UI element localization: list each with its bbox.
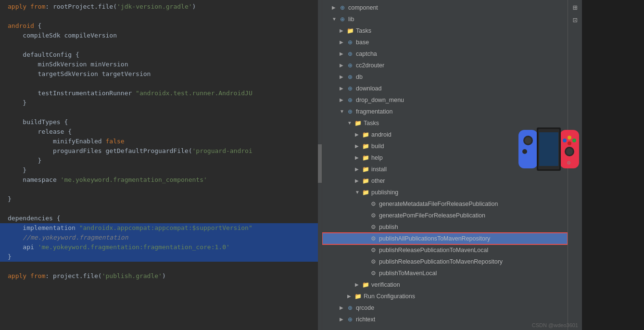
tree-item-captcha[interactable]: ⊕ captcha [322,48,568,60]
collapse-arrow [340,72,346,82]
tree-item-generate-pom[interactable]: ⚙ generatePomFileForReleasePublication [322,210,568,221]
code-line: android { [0,21,322,31]
tree-item-base[interactable]: ⊕ base [322,37,568,48]
collapse-arrow [340,83,346,94]
tree-item-publish-all[interactable]: ⚙ publishAllPublicationsToMavenRepositor… [322,233,568,244]
collapse-arrow [332,14,339,25]
nintendo-switch-svg: ⚙ [518,125,580,183]
tree-label: component [348,2,378,13]
code-line: minifyEnabled false [0,137,322,146]
tree-item-tasks-lib[interactable]: 📁 Tasks [322,25,568,37]
code-line: buildTypes { [0,117,322,127]
tree-item-run-configurations[interactable]: 📁 Run Configurations [322,291,568,302]
tree-label: publishToMavenLocal [379,268,437,279]
module-icon: ⊕ [346,50,354,58]
project-tree: ⊕ component ⊕ lib 📁 Tasks ⊕ base [322,0,582,330]
tree-label: generateMetadataFileForReleasePublicatio… [379,199,498,209]
collapse-arrow [340,95,346,105]
svg-point-9 [563,139,567,142]
svg-point-3 [522,149,527,154]
tree-item-cc2drouter[interactable]: ⊕ cc2drouter [322,60,568,71]
folder-icon: 📁 [362,189,369,196]
tree-label: help [371,152,383,163]
code-line [0,40,322,50]
gear-icon: ⚙ [369,223,377,231]
folder-icon: 📁 [354,119,362,127]
tree-item-fragmentation[interactable]: ⊕ fragmentation [322,106,568,117]
tree-label: other [371,176,385,186]
tree-item-publish[interactable]: ⚙ publish [322,221,568,233]
collapse-arrow [340,37,346,48]
module-icon: ⊕ [346,96,354,104]
tree-item-drop-down-menu[interactable]: ⊕ drop_down_menu [322,94,568,106]
tree-item-verification[interactable]: 📁 verification [322,279,568,291]
tree-label: Run Configurations [364,291,415,302]
collapse-arrow [340,314,346,325]
svg-point-7 [572,139,576,142]
collapse-arrow [347,291,354,302]
tree-label: cc2drouter [356,60,384,71]
code-line: } [0,165,322,175]
tree-item-publishing[interactable]: 📁 publishing [322,187,568,198]
code-line [0,185,322,194]
tree-item-generate-metadata[interactable]: ⚙ generateMetadataFileForReleasePublicat… [322,198,568,210]
watermark: CSDN @wdeo3601 [532,322,578,328]
code-line: minSdkVersion minVersion [0,60,322,69]
code-line [0,262,322,271]
scrollbar[interactable] [318,0,322,330]
tree-item-richtext[interactable]: ⊕ richtext [322,314,568,325]
collapse-arrow [340,60,346,71]
code-line: compileSdk compileVersion [0,31,322,40]
code-editor[interactable]: apply from: rootProject.file('jdk-versio… [0,0,322,330]
code-line [0,204,322,214]
tree-label: richtext [356,314,375,325]
code-line [0,108,322,117]
module-icon: ⊕ [339,15,346,23]
tree-label: qrcode [356,303,374,313]
code-line: testInstrumentationRunner "androidx.test… [0,89,322,98]
code-line: dependencies { [0,214,322,223]
tree-item-publish-release-local[interactable]: ⚙ publishReleasePublicationToMavenLocal [322,244,568,256]
tree-label: captcha [356,49,377,59]
tree-label: generatePomFileForReleasePublication [379,210,485,221]
gear-icon: ⚙ [369,212,377,219]
tree-item-publish-to-maven-local[interactable]: ⚙ publishToMavenLocal [322,267,568,279]
gear-icon: ⚙ [369,246,377,254]
collapse-arrow [340,25,346,36]
tree-label: Tasks [364,118,379,128]
folder-icon: 📁 [362,281,369,289]
collapse-arrow [332,2,339,13]
tree-item-component[interactable]: ⊕ component [322,2,568,13]
code-line [0,79,322,89]
tree-label: drop_down_menu [356,95,404,105]
collapse-arrow [355,164,362,175]
code-line: targetSdkVersion targetVersion [0,69,322,79]
folder-icon: 📁 [362,142,369,150]
code-line: } [0,194,322,204]
tree-item-db[interactable]: ⊕ db [322,71,568,83]
collapse-arrow [340,303,346,313]
code-line: namespace 'me.yokeyword.fragmentation_co… [0,175,322,185]
tree-label: download [356,83,382,94]
module-icon: ⊕ [346,316,354,323]
toolbar-icon-2[interactable]: ⊡ [570,14,581,25]
svg-point-8 [568,136,571,140]
module-icon: ⊕ [346,73,354,81]
tree-label: android [371,129,391,140]
tree-label: publishReleasePublicationToMavenLocal [379,245,488,255]
tree-label: fragmentation [356,106,392,117]
module-icon: ⊕ [346,108,354,115]
tree-item-publish-release-repo[interactable]: ⚙ publishReleasePublicationToMavenReposi… [322,256,568,267]
tree-label: publishAllPublicationsToMavenRepository [379,233,490,244]
tree-item-lib[interactable]: ⊕ lib [322,13,568,25]
collapse-arrow [355,141,362,152]
toolbar-icon-1[interactable]: ⊞ [570,2,581,13]
code-line: apply from: rootProject.file('jdk-versio… [0,2,322,12]
folder-icon: 📁 [354,292,362,300]
tree-item-qrcode[interactable]: ⊕ qrcode [322,302,568,314]
tree-label: publishing [371,187,398,198]
scroll-thumb[interactable] [318,144,322,183]
gear-icon: ⚙ [369,235,377,242]
code-line: } [0,252,322,262]
tree-item-download[interactable]: ⊕ download [322,83,568,94]
